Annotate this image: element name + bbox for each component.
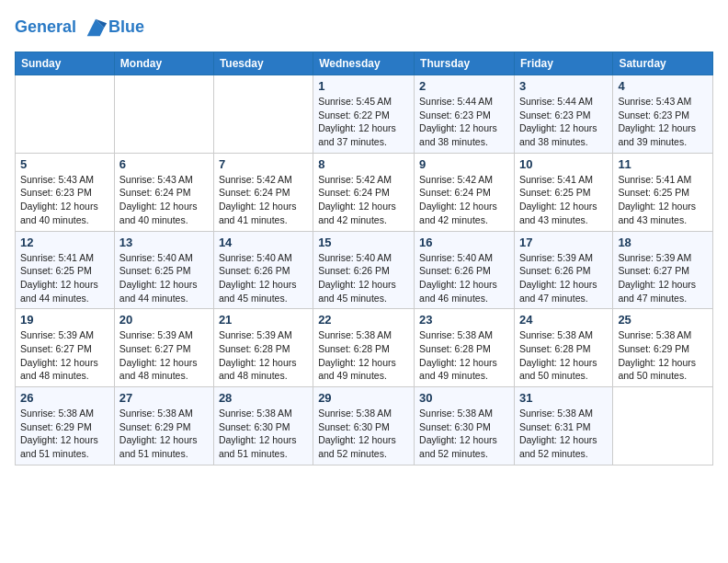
weekday-header-row: SundayMondayTuesdayWednesdayThursdayFrid… bbox=[16, 52, 713, 75]
calendar-week-row: 1Sunrise: 5:45 AMSunset: 6:22 PMDaylight… bbox=[16, 75, 713, 154]
weekday-header-saturday: Saturday bbox=[613, 52, 713, 75]
logo: General Blue bbox=[15, 15, 144, 40]
calendar-cell: 2Sunrise: 5:44 AMSunset: 6:23 PMDaylight… bbox=[415, 75, 515, 154]
day-info: Sunrise: 5:39 AMSunset: 6:27 PMDaylight:… bbox=[618, 251, 708, 305]
day-info: Sunrise: 5:41 AMSunset: 6:25 PMDaylight:… bbox=[20, 251, 109, 305]
weekday-header-thursday: Thursday bbox=[415, 52, 515, 75]
calendar-cell: 29Sunrise: 5:38 AMSunset: 6:30 PMDayligh… bbox=[313, 387, 415, 465]
calendar-cell: 9Sunrise: 5:42 AMSunset: 6:24 PMDaylight… bbox=[415, 153, 515, 231]
day-info: Sunrise: 5:40 AMSunset: 6:26 PMDaylight:… bbox=[419, 251, 509, 305]
day-info: Sunrise: 5:38 AMSunset: 6:31 PMDaylight:… bbox=[519, 407, 608, 461]
day-number: 20 bbox=[119, 313, 209, 327]
calendar-cell: 3Sunrise: 5:44 AMSunset: 6:23 PMDaylight… bbox=[514, 75, 612, 154]
calendar-cell bbox=[16, 75, 115, 154]
day-number: 24 bbox=[519, 313, 608, 327]
day-number: 2 bbox=[419, 79, 509, 93]
day-number: 27 bbox=[119, 391, 209, 405]
day-info: Sunrise: 5:38 AMSunset: 6:29 PMDaylight:… bbox=[618, 328, 708, 383]
day-number: 11 bbox=[618, 157, 708, 171]
calendar-cell: 23Sunrise: 5:38 AMSunset: 6:28 PMDayligh… bbox=[415, 309, 515, 387]
day-number: 6 bbox=[119, 157, 209, 171]
day-number: 15 bbox=[318, 236, 409, 249]
logo-line2: Blue bbox=[108, 18, 144, 37]
calendar-cell: 25Sunrise: 5:38 AMSunset: 6:29 PMDayligh… bbox=[613, 309, 713, 387]
day-number: 5 bbox=[20, 157, 109, 171]
calendar-cell: 14Sunrise: 5:40 AMSunset: 6:26 PMDayligh… bbox=[213, 231, 313, 309]
day-number: 30 bbox=[419, 391, 509, 405]
day-number: 22 bbox=[318, 313, 409, 327]
day-info: Sunrise: 5:41 AMSunset: 6:25 PMDaylight:… bbox=[618, 173, 708, 227]
day-number: 19 bbox=[20, 313, 109, 327]
calendar-cell: 27Sunrise: 5:38 AMSunset: 6:29 PMDayligh… bbox=[114, 387, 213, 465]
calendar-cell: 21Sunrise: 5:39 AMSunset: 6:28 PMDayligh… bbox=[213, 309, 313, 387]
day-info: Sunrise: 5:38 AMSunset: 6:28 PMDaylight:… bbox=[419, 328, 509, 383]
day-info: Sunrise: 5:43 AMSunset: 6:24 PMDaylight:… bbox=[119, 173, 209, 227]
day-number: 7 bbox=[219, 157, 308, 171]
calendar-cell: 13Sunrise: 5:40 AMSunset: 6:25 PMDayligh… bbox=[114, 231, 213, 309]
day-info: Sunrise: 5:44 AMSunset: 6:23 PMDaylight:… bbox=[419, 95, 509, 149]
day-info: Sunrise: 5:38 AMSunset: 6:30 PMDaylight:… bbox=[419, 407, 509, 461]
calendar-cell bbox=[213, 75, 313, 154]
day-number: 18 bbox=[618, 236, 708, 249]
day-info: Sunrise: 5:43 AMSunset: 6:23 PMDaylight:… bbox=[618, 95, 708, 149]
calendar-week-row: 12Sunrise: 5:41 AMSunset: 6:25 PMDayligh… bbox=[16, 231, 713, 309]
calendar-cell: 4Sunrise: 5:43 AMSunset: 6:23 PMDaylight… bbox=[613, 75, 713, 154]
page-header: General Blue bbox=[15, 15, 713, 40]
day-number: 8 bbox=[318, 157, 409, 171]
day-info: Sunrise: 5:41 AMSunset: 6:25 PMDaylight:… bbox=[519, 173, 608, 227]
day-info: Sunrise: 5:40 AMSunset: 6:26 PMDaylight:… bbox=[318, 251, 409, 305]
day-info: Sunrise: 5:38 AMSunset: 6:28 PMDaylight:… bbox=[318, 328, 409, 383]
calendar-week-row: 5Sunrise: 5:43 AMSunset: 6:23 PMDaylight… bbox=[16, 153, 713, 231]
day-number: 14 bbox=[219, 236, 308, 249]
calendar-cell: 5Sunrise: 5:43 AMSunset: 6:23 PMDaylight… bbox=[16, 153, 115, 231]
calendar-table: SundayMondayTuesdayWednesdayThursdayFrid… bbox=[15, 52, 713, 465]
day-info: Sunrise: 5:39 AMSunset: 6:26 PMDaylight:… bbox=[519, 251, 608, 305]
day-info: Sunrise: 5:43 AMSunset: 6:23 PMDaylight:… bbox=[20, 173, 109, 227]
calendar-cell: 11Sunrise: 5:41 AMSunset: 6:25 PMDayligh… bbox=[613, 153, 713, 231]
day-number: 28 bbox=[219, 391, 308, 405]
calendar-cell: 22Sunrise: 5:38 AMSunset: 6:28 PMDayligh… bbox=[313, 309, 415, 387]
day-info: Sunrise: 5:39 AMSunset: 6:27 PMDaylight:… bbox=[20, 328, 109, 383]
calendar-cell: 1Sunrise: 5:45 AMSunset: 6:22 PMDaylight… bbox=[313, 75, 415, 154]
calendar-cell: 26Sunrise: 5:38 AMSunset: 6:29 PMDayligh… bbox=[16, 387, 115, 465]
day-number: 9 bbox=[419, 157, 509, 171]
calendar-cell bbox=[114, 75, 213, 154]
calendar-cell: 30Sunrise: 5:38 AMSunset: 6:30 PMDayligh… bbox=[415, 387, 515, 465]
calendar-cell: 24Sunrise: 5:38 AMSunset: 6:28 PMDayligh… bbox=[514, 309, 612, 387]
calendar-cell bbox=[613, 387, 713, 465]
day-info: Sunrise: 5:38 AMSunset: 6:29 PMDaylight:… bbox=[20, 407, 109, 461]
day-info: Sunrise: 5:40 AMSunset: 6:26 PMDaylight:… bbox=[219, 251, 308, 305]
calendar-cell: 31Sunrise: 5:38 AMSunset: 6:31 PMDayligh… bbox=[514, 387, 612, 465]
calendar-cell: 16Sunrise: 5:40 AMSunset: 6:26 PMDayligh… bbox=[415, 231, 515, 309]
calendar-cell: 7Sunrise: 5:42 AMSunset: 6:24 PMDaylight… bbox=[213, 153, 313, 231]
day-number: 1 bbox=[318, 79, 409, 93]
day-number: 13 bbox=[119, 236, 209, 249]
calendar-week-row: 26Sunrise: 5:38 AMSunset: 6:29 PMDayligh… bbox=[16, 387, 713, 465]
day-info: Sunrise: 5:42 AMSunset: 6:24 PMDaylight:… bbox=[219, 173, 308, 227]
day-info: Sunrise: 5:38 AMSunset: 6:30 PMDaylight:… bbox=[219, 407, 308, 461]
calendar-cell: 6Sunrise: 5:43 AMSunset: 6:24 PMDaylight… bbox=[114, 153, 213, 231]
calendar-cell: 19Sunrise: 5:39 AMSunset: 6:27 PMDayligh… bbox=[16, 309, 115, 387]
day-number: 3 bbox=[519, 79, 608, 93]
day-number: 10 bbox=[519, 157, 608, 171]
day-number: 25 bbox=[618, 313, 708, 327]
calendar-cell: 8Sunrise: 5:42 AMSunset: 6:24 PMDaylight… bbox=[313, 153, 415, 231]
calendar-cell: 17Sunrise: 5:39 AMSunset: 6:26 PMDayligh… bbox=[514, 231, 612, 309]
calendar-week-row: 19Sunrise: 5:39 AMSunset: 6:27 PMDayligh… bbox=[16, 309, 713, 387]
day-number: 16 bbox=[419, 236, 509, 249]
day-number: 12 bbox=[20, 236, 109, 249]
day-info: Sunrise: 5:39 AMSunset: 6:28 PMDaylight:… bbox=[219, 328, 308, 383]
day-number: 26 bbox=[20, 391, 109, 405]
calendar-cell: 12Sunrise: 5:41 AMSunset: 6:25 PMDayligh… bbox=[16, 231, 115, 309]
day-number: 17 bbox=[519, 236, 608, 249]
day-info: Sunrise: 5:38 AMSunset: 6:30 PMDaylight:… bbox=[318, 407, 409, 461]
logo-text: General bbox=[15, 15, 108, 40]
weekday-header-wednesday: Wednesday bbox=[313, 52, 415, 75]
day-info: Sunrise: 5:44 AMSunset: 6:23 PMDaylight:… bbox=[519, 95, 608, 149]
day-info: Sunrise: 5:40 AMSunset: 6:25 PMDaylight:… bbox=[119, 251, 209, 305]
day-number: 29 bbox=[318, 391, 409, 405]
calendar-cell: 15Sunrise: 5:40 AMSunset: 6:26 PMDayligh… bbox=[313, 231, 415, 309]
weekday-header-friday: Friday bbox=[514, 52, 612, 75]
day-info: Sunrise: 5:38 AMSunset: 6:29 PMDaylight:… bbox=[119, 407, 209, 461]
weekday-header-monday: Monday bbox=[114, 52, 213, 75]
